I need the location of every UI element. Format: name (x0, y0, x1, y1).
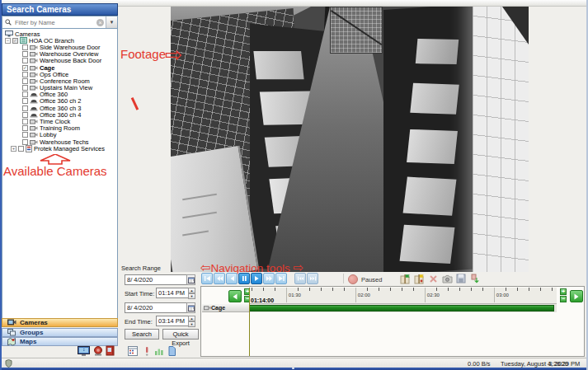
timeline-major-tick (494, 288, 495, 302)
end-date-calendar-icon[interactable] (186, 302, 195, 313)
tree-item-protek-managed-services[interactable]: + Protek Managed Services (2, 145, 117, 152)
checkbox[interactable] (22, 44, 28, 50)
checkbox[interactable] (22, 58, 28, 63)
timeline-ruler[interactable]: 01:3002:0002:3003:00 (249, 288, 557, 304)
play-reverse-button[interactable] (226, 273, 238, 284)
search-results-grid-icon[interactable] (127, 345, 139, 357)
event-marker-icon[interactable] (141, 345, 153, 357)
search-range-title: Search Range (121, 265, 161, 272)
export-download-icon[interactable] (469, 273, 481, 284)
timeline-minor-tick (413, 288, 414, 291)
timeline-page-left-button[interactable] (228, 290, 242, 302)
pause-button[interactable] (238, 273, 250, 284)
timeline-zoom-in-right-button[interactable]: + (560, 288, 567, 295)
start-date-calendar-icon[interactable] (186, 274, 195, 285)
collapse-icon[interactable]: − (5, 38, 11, 44)
video-panel-icon[interactable] (78, 346, 90, 356)
snapshot-icon[interactable] (441, 273, 453, 284)
camera-icon (30, 51, 38, 57)
statistics-chart-icon[interactable] (153, 345, 165, 357)
start-time-spinner[interactable]: ▲▼ (188, 288, 195, 298)
timeline-track[interactable] (249, 304, 557, 312)
timeline-major-tick (355, 288, 356, 302)
delete-x-icon[interactable] (427, 273, 439, 284)
fast-rewind-button[interactable] (214, 273, 225, 284)
map-book-icon[interactable] (106, 345, 115, 356)
checkbox[interactable] (22, 85, 28, 91)
fast-forward-button[interactable] (263, 273, 275, 284)
filter-dropdown-button[interactable]: ▼ (106, 16, 117, 28)
checkbox[interactable] (22, 98, 28, 104)
end-time-input[interactable] (156, 316, 189, 326)
camera-icon (30, 65, 38, 71)
jump-forward-button[interactable] (307, 273, 318, 284)
green-bookmark-icon[interactable] (399, 273, 411, 284)
checkbox[interactable] (22, 105, 28, 111)
checkbox[interactable] (22, 72, 28, 77)
sidebar-nav-label: Maps (20, 338, 36, 345)
jump-back-button[interactable] (294, 273, 306, 284)
quick-export-button[interactable]: Quick Export (162, 329, 199, 340)
dome-icon (30, 105, 38, 111)
toolbar-divider (343, 274, 344, 283)
timeline-page-right-button[interactable] (570, 290, 583, 302)
timeline-minor-tick (436, 288, 437, 291)
yellow-bookmark-icon[interactable] (413, 273, 425, 284)
checkbox[interactable]: ✓ (22, 65, 28, 71)
play-button[interactable] (251, 273, 262, 284)
spin-down-icon[interactable]: ▼ (188, 293, 195, 299)
timeline-zoom-out-right-button[interactable]: − (560, 296, 567, 302)
playback-status: Paused (361, 276, 382, 283)
skip-to-start-button[interactable] (201, 273, 213, 284)
spin-down-icon[interactable]: ▼ (188, 321, 195, 327)
filter-by-name-input[interactable] (13, 18, 96, 27)
jump-forward-icon (309, 275, 317, 282)
search-button[interactable]: Search (125, 329, 159, 340)
clear-filter-icon[interactable]: × (96, 19, 104, 26)
groups-nav-icon (7, 329, 16, 336)
checkbox[interactable] (22, 51, 28, 57)
skip-to-end-button[interactable] (275, 273, 287, 284)
cameras-nav-icon (7, 319, 16, 326)
start-time-input[interactable] (156, 288, 189, 298)
checkbox[interactable]: ✓ (12, 38, 18, 44)
spin-up-icon[interactable]: ▲ (188, 288, 195, 293)
timeline-tick-label: 03:00 (496, 293, 509, 297)
checkbox[interactable] (22, 132, 28, 138)
checkbox[interactable] (18, 146, 24, 152)
end-time-spinner[interactable]: ▲▼ (188, 316, 195, 326)
timeline-minor-tick (298, 288, 299, 291)
tree-item-warehouse-back-door[interactable]: Warehouse Back Door (2, 58, 117, 64)
timeline-minor-tick (540, 288, 541, 291)
timeline-minor-tick (482, 288, 483, 291)
checkbox[interactable] (22, 119, 28, 124)
timeline-playhead[interactable] (249, 288, 250, 356)
spin-up-icon[interactable]: ▲ (188, 316, 195, 321)
timeline-camera-row-header[interactable]: Cage (202, 304, 249, 312)
camera-dome-icon[interactable] (93, 345, 103, 356)
footage-available-bar[interactable] (249, 305, 554, 311)
timeline-minor-tick (275, 288, 275, 291)
sidebar-nav-cameras-button[interactable]: Cameras (2, 318, 118, 327)
checkbox[interactable] (22, 112, 28, 118)
save-clip-icon[interactable] (455, 273, 467, 284)
start-time-label: Start Time: (125, 290, 154, 297)
sidebar-nav-label: Groups (20, 329, 43, 336)
checkbox[interactable] (22, 125, 28, 131)
sidebar-nav-groups-button[interactable]: Groups (2, 328, 118, 337)
timeline-minor-tick (517, 288, 518, 291)
timeline-tick-label: 02:30 (427, 293, 440, 297)
start-date-input[interactable] (125, 274, 187, 285)
timeline-minor-tick (263, 288, 264, 291)
pause-icon (241, 275, 248, 282)
device-icon (26, 145, 32, 152)
checkbox[interactable] (22, 78, 28, 84)
report-document-icon[interactable] (166, 345, 177, 357)
checkbox[interactable] (22, 91, 28, 97)
expand-icon[interactable]: + (11, 146, 16, 152)
end-date-input[interactable] (125, 302, 187, 313)
tree-item-training-room[interactable]: Training Room (2, 125, 117, 132)
timeline-minor-tick (332, 288, 333, 291)
checkbox[interactable] (22, 139, 28, 145)
record-button[interactable] (348, 274, 358, 284)
